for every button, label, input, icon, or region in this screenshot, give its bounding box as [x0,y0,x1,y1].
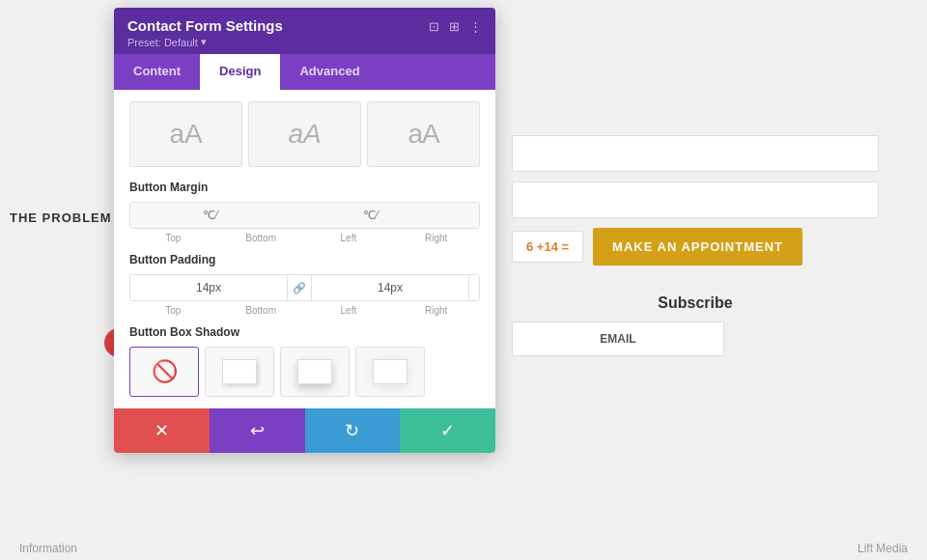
modal-header-left: Contact Form Settings Preset: Default ▾ [127,17,283,48]
button-margin-label: Button Margin [129,181,480,194]
shadow-previews: 🚫 [129,347,480,397]
margin-left-group [451,203,480,228]
subscribe-title: Subscribe [512,294,879,312]
padding-top-label: Top [129,305,217,316]
margin-bottom-input[interactable] [291,203,451,228]
margin-left-label: Left [305,233,393,243]
margin-right-label: Right [392,233,480,243]
modal-body: aA aA aA Button Margin [114,90,495,408]
margin-top-input[interactable] [130,203,291,228]
padding-sub-labels: Top Bottom Left Right [129,305,480,316]
padding-left-label: Left [305,305,393,316]
tab-content[interactable]: Content [114,54,200,90]
padding-left-group: 🔗 [469,275,480,300]
shadow-none-option[interactable]: 🚫 [129,347,199,397]
margin-bottom-group [291,203,451,228]
padding-bottom-group [312,275,469,300]
shadow-option-3[interactable] [355,347,425,397]
padding-top-input[interactable] [130,275,287,300]
email-field[interactable]: EMAIL [512,322,724,356]
expand-icon[interactable]: ⊡ [429,19,439,34]
redo-button[interactable]: ↻ [305,408,401,453]
modal-preset[interactable]: Preset: Default ▾ [127,36,283,48]
button-margin-row [129,202,480,229]
button-padding-label: Button Padding [129,253,480,266]
footer: Information Lift Media [0,537,927,560]
modal-panel: Contact Form Settings Preset: Default ▾ … [114,8,495,453]
tab-design[interactable]: Design [200,54,280,90]
more-icon[interactable]: ⋮ [469,19,482,34]
modal-header-icons: ⊡ ⊞ ⋮ [429,17,482,34]
font-preview-condensed[interactable]: aA [367,101,480,167]
tab-advanced[interactable]: Advanced [280,54,379,90]
cancel-button[interactable]: ✕ [114,408,210,453]
shadow-preview-2 [297,359,332,384]
margin-left-input[interactable] [451,203,480,228]
padding-bottom-label: Bottom [217,305,305,316]
button-box-shadow-label: Button Box Shadow [129,325,480,339]
button-padding-row: 🔗 🔗 [129,274,480,301]
shadow-preview-3 [373,359,407,384]
padding-top-group: 🔗 [130,275,312,300]
margin-bottom-label: Bottom [217,233,305,243]
font-previews: aA aA aA [129,101,480,167]
columns-icon[interactable]: ⊞ [449,19,460,34]
appointment-button[interactable]: MAKE AN APPOINTMENT [593,228,802,266]
captcha-row: 6 +14 = MAKE AN APPOINTMENT [512,228,879,266]
input-field-2[interactable] [512,182,879,218]
footer-right: Lift Media [857,542,908,555]
padding-left-input[interactable] [469,275,480,300]
tab-bar: Content Design Advanced [114,54,495,90]
margin-sub-labels: Top Bottom Left Right [129,233,480,243]
modal-header: Contact Form Settings Preset: Default ▾ … [114,8,495,54]
chevron-down-icon: ▾ [201,36,207,48]
margin-top-group [130,203,291,228]
shadow-preview-1 [222,359,257,384]
the-problem-label: THE PROBLEM [10,210,112,225]
padding-right-label: Right [392,305,480,316]
no-shadow-icon: 🚫 [152,359,178,384]
font-preview-serif[interactable]: aA [248,101,361,167]
input-field-1[interactable] [512,135,879,172]
captcha-display: 6 +14 = [512,231,583,263]
undo-button[interactable]: ↩ [210,408,305,453]
modal-title: Contact Form Settings [127,17,283,34]
margin-top-label: Top [129,233,217,243]
save-button[interactable]: ✓ [400,408,495,453]
right-content-area: 6 +14 = MAKE AN APPOINTMENT Subscribe EM… [512,135,879,356]
font-preview-normal[interactable]: aA [129,101,242,167]
footer-left: Information [19,542,77,555]
link-icon-left[interactable]: 🔗 [287,275,311,300]
shadow-option-1[interactable] [205,347,274,397]
shadow-option-2[interactable] [280,347,350,397]
subscribe-section: Subscribe EMAIL [512,294,879,356]
padding-bottom-input[interactable] [312,275,468,300]
modal-toolbar: ✕ ↩ ↻ ✓ [114,408,495,453]
